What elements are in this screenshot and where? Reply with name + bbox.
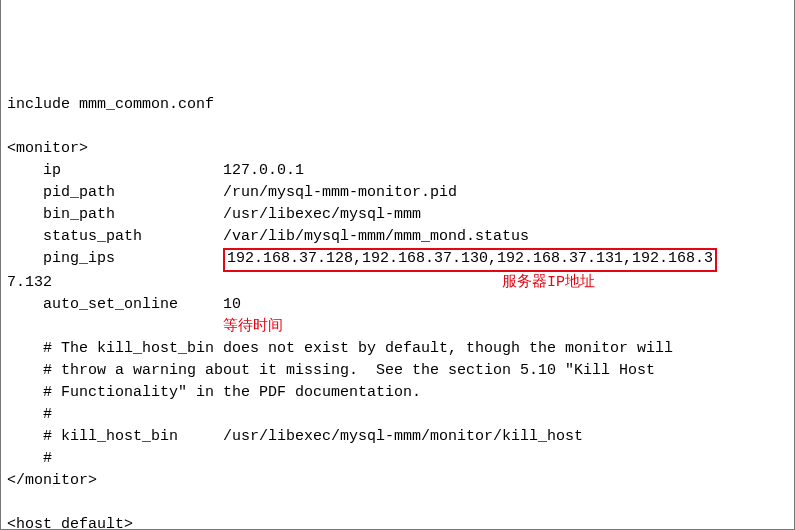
annotation-server-ip-prefix — [52, 274, 502, 291]
config-key-pid-path: pid_path — [7, 184, 223, 201]
comment-line-3: # Functionality" in the PDF documentatio… — [7, 384, 421, 401]
annotation-wait-time-prefix — [7, 318, 223, 335]
config-value-bin-path: /usr/libexec/mysql-mmm — [223, 206, 421, 223]
monitor-tag-close: </monitor> — [7, 472, 97, 489]
highlight-ping-ips: 192.168.37.128,192.168.37.130,192.168.37… — [223, 248, 717, 272]
config-key-ping-ips: ping_ips — [7, 250, 223, 267]
comment-line-6: # — [7, 450, 52, 467]
comment-line-1: # The kill_host_bin does not exist by de… — [7, 340, 673, 357]
monitor-tag-open: <monitor> — [7, 140, 88, 157]
config-key-ip: ip — [7, 162, 223, 179]
config-key-auto-set-online: auto_set_online — [7, 296, 223, 313]
config-value-auto-set-online: 10 — [223, 296, 241, 313]
config-value-ip: 127.0.0.1 — [223, 162, 304, 179]
comment-line-5: # kill_host_bin /usr/libexec/mysql-mmm/m… — [7, 428, 583, 445]
config-key-bin-path: bin_path — [7, 206, 223, 223]
annotation-wait-time: 等待时间 — [223, 318, 283, 335]
config-key-status-path: status_path — [7, 228, 223, 245]
annotation-server-ip: 服务器IP地址 — [502, 274, 595, 291]
comment-line-2: # throw a warning about it missing. See … — [7, 362, 655, 379]
config-include-line: include mmm_common.conf — [7, 96, 214, 113]
config-value-ping-ips: 192.168.37.128,192.168.37.130,192.168.37… — [227, 250, 713, 267]
config-value-ping-ips-wrap: 7.132 — [7, 274, 52, 291]
config-value-status-path: /var/lib/mysql-mmm/mmm_mond.status — [223, 228, 529, 245]
config-value-pid-path: /run/mysql-mmm-monitor.pid — [223, 184, 457, 201]
host-tag-open: <host default> — [7, 516, 133, 530]
comment-line-4: # — [7, 406, 52, 423]
